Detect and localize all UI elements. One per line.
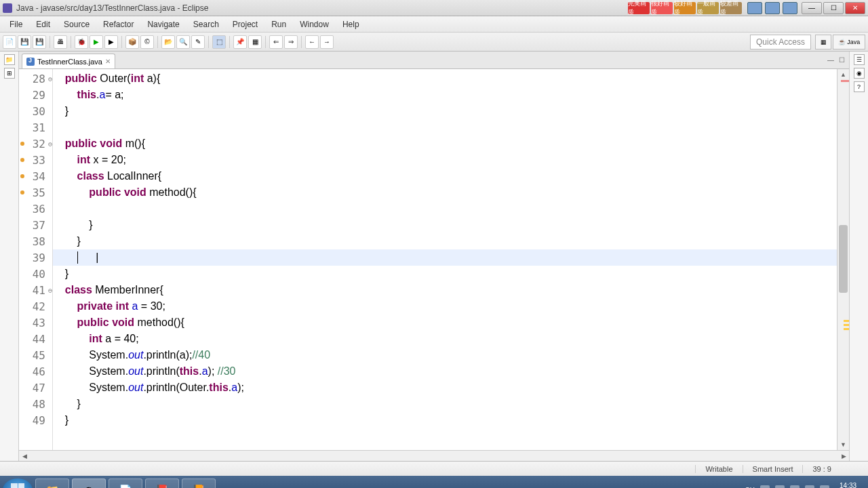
scroll-thumb[interactable] xyxy=(839,225,848,293)
tray-icon[interactable] xyxy=(760,485,770,488)
code-line[interactable] xyxy=(53,119,837,136)
next-annotation-button[interactable]: ⇒ xyxy=(284,35,298,49)
new-package-button[interactable]: 📦 xyxy=(125,35,139,49)
scroll-down-arrow[interactable]: ▼ xyxy=(837,439,849,450)
menu-edit[interactable]: Edit xyxy=(29,18,57,30)
scroll-up-arrow[interactable]: ▲ xyxy=(837,69,849,80)
taskbar-eclipse[interactable]: ◐ xyxy=(72,479,106,488)
package-explorer-icon[interactable]: 📁 xyxy=(4,54,15,65)
tool-icon-2[interactable] xyxy=(765,2,780,14)
code-content[interactable]: public Outer(int a){ this.a= a; } public… xyxy=(53,69,837,450)
back-button[interactable]: ← xyxy=(305,35,319,49)
scroll-right-arrow[interactable]: ▶ xyxy=(838,451,849,461)
debug-button[interactable]: 🐞 xyxy=(75,35,88,49)
taskbar-explorer[interactable]: 📁 xyxy=(35,479,69,488)
menu-file[interactable]: File xyxy=(3,18,29,30)
line-number: 49 xyxy=(19,412,52,428)
menu-project[interactable]: Project xyxy=(226,18,264,30)
save-button[interactable]: 💾 xyxy=(18,35,31,49)
badge-normal[interactable]: 一般画质 xyxy=(697,2,719,14)
menu-window[interactable]: Window xyxy=(293,18,336,30)
badge-perfect[interactable]: 完美画质 xyxy=(628,2,650,14)
title-extra-icons xyxy=(747,2,797,14)
code-line[interactable]: System.out.println(a);//40 xyxy=(53,347,837,363)
editor-tab[interactable]: TestInnerClass.java ✕ xyxy=(22,54,115,68)
code-line[interactable]: } xyxy=(53,103,837,119)
code-line[interactable]: class LocalInner{ xyxy=(53,168,837,184)
code-line[interactable]: } xyxy=(53,217,837,233)
maximize-view-button[interactable]: ☐ xyxy=(837,56,846,65)
toggle-mark-button[interactable]: ✎ xyxy=(191,35,205,49)
java-perspective-button[interactable]: ☕ Java xyxy=(833,35,865,49)
java-file-icon xyxy=(26,58,35,66)
tray-icon[interactable] xyxy=(790,485,800,488)
start-button[interactable] xyxy=(3,479,33,488)
hierarchy-icon[interactable]: ⊞ xyxy=(4,68,15,79)
code-line[interactable]: class MemberInner{ xyxy=(53,282,837,298)
quick-access-input[interactable]: Quick Access xyxy=(750,35,811,49)
toggle-breadcrumb-button[interactable]: ⬚ xyxy=(212,35,226,49)
badge-poor[interactable]: 较差画质 xyxy=(720,2,742,14)
code-line[interactable]: System.out.println(Outer.this.a); xyxy=(53,380,837,396)
tray-volume-icon[interactable] xyxy=(820,485,829,488)
menu-search[interactable]: Search xyxy=(186,18,226,30)
maximize-button[interactable]: ☐ xyxy=(823,2,844,14)
code-line[interactable] xyxy=(53,201,837,217)
prev-annotation-button[interactable]: ⇐ xyxy=(269,35,283,49)
close-button[interactable]: ✕ xyxy=(845,2,865,14)
minimize-view-button[interactable]: — xyxy=(826,56,835,65)
code-line[interactable]: System.out.println(this.a); //30 xyxy=(53,363,837,380)
tool-icon-1[interactable] xyxy=(747,2,762,14)
tray-icon[interactable] xyxy=(775,485,785,488)
forward-button[interactable]: → xyxy=(320,35,334,49)
run-last-button[interactable]: ▶ xyxy=(104,35,118,49)
menu-refactor[interactable]: Refactor xyxy=(96,18,140,30)
menu-help[interactable]: Help xyxy=(336,18,366,30)
code-line[interactable]: public void m(){ xyxy=(53,136,837,152)
open-perspective-button[interactable]: ▦ xyxy=(815,35,831,49)
task-list-icon[interactable]: ☰ xyxy=(854,54,865,65)
taskbar-powerpoint[interactable]: 📙 xyxy=(182,479,216,488)
line-number: 31 xyxy=(19,119,52,136)
menu-navigate[interactable]: Navigate xyxy=(140,18,186,30)
tray-clock[interactable]: 14:33 2017/8/4 xyxy=(835,481,861,488)
taskbar-notepad[interactable]: 📄 xyxy=(108,479,142,488)
code-line[interactable]: int a = 40; xyxy=(53,331,837,347)
badge-good[interactable]: 较好画质 xyxy=(674,2,696,14)
line-number: 30 xyxy=(19,103,52,119)
minimize-button[interactable]: — xyxy=(802,2,822,14)
tray-network-icon[interactable] xyxy=(805,485,814,488)
code-line[interactable]: | xyxy=(53,249,837,266)
scroll-left-arrow[interactable]: ◀ xyxy=(19,451,30,461)
run-button[interactable]: ▶ xyxy=(90,35,103,49)
new-button[interactable]: 📄 xyxy=(3,35,16,49)
open-type-button[interactable]: 📂 xyxy=(161,35,175,49)
tool-icon-3[interactable] xyxy=(783,2,797,14)
save-all-button[interactable]: 💾 xyxy=(33,35,46,49)
code-line[interactable]: public Outer(int a){ xyxy=(53,70,837,87)
menu-run[interactable]: Run xyxy=(264,18,293,30)
code-line[interactable]: } xyxy=(53,412,837,428)
code-line[interactable]: public void method(){ xyxy=(53,314,837,331)
search-button[interactable]: 🔍 xyxy=(176,35,190,49)
code-editor[interactable]: 2829303132333435363738394041424344454647… xyxy=(19,69,849,450)
code-line[interactable]: } xyxy=(53,233,837,249)
print-button[interactable]: 🖶 xyxy=(54,35,67,49)
code-line[interactable]: } xyxy=(53,396,837,412)
taskbar-pdf[interactable]: 📕 xyxy=(145,479,179,488)
code-line[interactable]: } xyxy=(53,266,837,282)
toggle-block-button[interactable]: ▦ xyxy=(248,35,262,49)
badge-verygood[interactable]: 很好画质 xyxy=(651,2,673,14)
tab-close-icon[interactable]: ✕ xyxy=(105,58,111,65)
code-line[interactable]: int x = 20; xyxy=(53,152,837,168)
new-class-button[interactable]: © xyxy=(140,35,154,49)
vertical-scrollbar[interactable]: ▲ ▼ xyxy=(837,69,849,450)
outline-icon[interactable]: ◉ xyxy=(854,68,865,79)
pin-button[interactable]: 📌 xyxy=(233,35,247,49)
horizontal-scrollbar[interactable]: ◀ ▶ xyxy=(19,450,849,461)
code-line[interactable]: private int a = 30; xyxy=(53,298,837,314)
help-icon[interactable]: ? xyxy=(854,81,865,92)
code-line[interactable]: this.a= a; xyxy=(53,87,837,103)
menu-source[interactable]: Source xyxy=(57,18,96,30)
code-line[interactable]: public void method(){ xyxy=(53,184,837,201)
